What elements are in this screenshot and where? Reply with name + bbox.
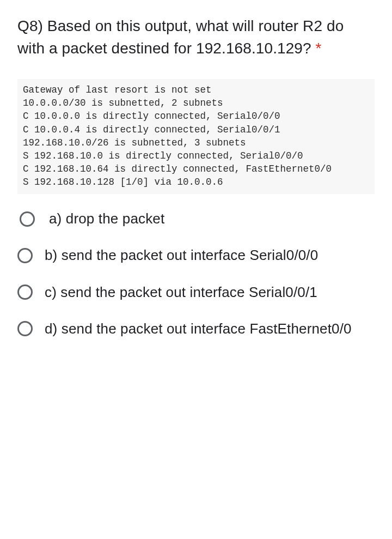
option-label-c: c) send the packet out interface Serial0… [45,283,317,302]
option-label-b: b) send the packet out interface Serial0… [45,246,318,265]
radio-icon [17,248,33,263]
option-label-d: d) send the packet out interface FastEth… [45,319,352,338]
router-output-code: Gateway of last resort is not set 10.0.0… [17,79,375,194]
radio-icon [20,211,35,227]
answer-options: a) drop the packet b) send the packet ou… [17,209,375,338]
option-b[interactable]: b) send the packet out interface Serial0… [17,246,375,265]
question-text: Q8) Based on this output, what will rout… [17,17,344,57]
question-title: Q8) Based on this output, what will rout… [17,15,375,59]
radio-icon [17,284,33,300]
option-d[interactable]: d) send the packet out interface FastEth… [17,319,375,338]
radio-icon [17,321,33,336]
option-a[interactable]: a) drop the packet [17,209,375,228]
required-asterisk: * [316,40,322,57]
option-c[interactable]: c) send the packet out interface Serial0… [17,283,375,302]
option-label-a: a) drop the packet [49,209,164,228]
